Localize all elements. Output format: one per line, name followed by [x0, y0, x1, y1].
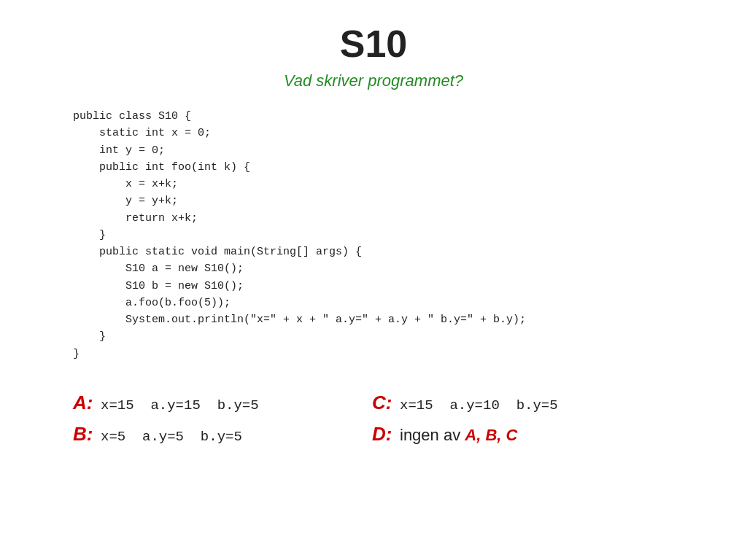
answer-c: C: x=15 a.y=10 b.y=5: [372, 392, 671, 414]
code-line-11: S10 b = new S10();: [73, 278, 526, 295]
answer-a-letter: A:: [73, 392, 95, 414]
code-line-15: }: [73, 346, 526, 362]
answer-a-text: x=15 a.y=15 b.y=5: [101, 397, 259, 413]
answer-b-text: x=5 a.y=5 b.y=5: [101, 429, 242, 445]
code-line-2: static int x = 0;: [73, 125, 526, 141]
code-line-14: }: [73, 328, 526, 345]
code-line-10: S10 a = new S10();: [73, 260, 526, 277]
answer-c-letter: C:: [372, 392, 394, 414]
code-line-6: y = y+k;: [73, 192, 526, 209]
code-line-13: System.out.println("x=" + x + " a.y=" + …: [73, 311, 526, 328]
page-title: S10: [340, 22, 408, 66]
code-block: public class S10 { static int x = 0; int…: [73, 108, 526, 362]
answer-d-colored: A, B, C: [465, 426, 517, 444]
answers-grid: A: x=15 a.y=15 b.y=5 C: x=15 a.y=10 b.y=…: [73, 392, 671, 446]
answer-d-text: ingen av A, B, C: [400, 426, 517, 445]
answer-d-letter: D:: [372, 423, 394, 446]
code-line-8: }: [73, 227, 526, 244]
answer-a: A: x=15 a.y=15 b.y=5: [73, 392, 372, 414]
code-line-5: x = x+k;: [73, 176, 526, 192]
code-line-1: public class S10 {: [73, 108, 526, 125]
answer-b-letter: B:: [73, 423, 95, 446]
answer-b: B: x=5 a.y=5 b.y=5: [73, 423, 372, 446]
answer-c-text: x=15 a.y=10 b.y=5: [400, 397, 558, 413]
code-line-4: public int foo(int k) {: [73, 159, 526, 176]
code-line-9: public static void main(String[] args) {: [73, 244, 526, 260]
code-line-7: return x+k;: [73, 210, 526, 227]
code-line-3: int y = 0;: [73, 142, 526, 159]
code-line-12: a.foo(b.foo(5));: [73, 295, 526, 311]
answer-d: D: ingen av A, B, C: [372, 423, 671, 446]
subtitle: Vad skriver programmet?: [284, 71, 463, 90]
